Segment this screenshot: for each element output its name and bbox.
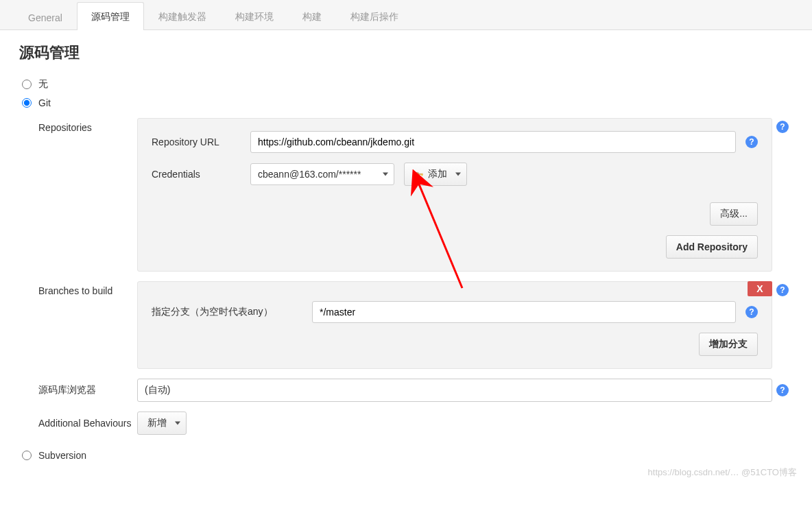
repo-browser-value: (自动) [145,384,170,396]
repo-browser-select[interactable]: (自动) [137,379,772,402]
branches-section: Branches to build X 指定分支（为空时代表any） ? 增加分… [19,281,793,369]
scm-svn-option[interactable]: Subversion [22,450,790,461]
help-icon[interactable]: ? [745,306,758,318]
scm-none-label: 无 [38,78,48,91]
delete-branch-button[interactable]: X [748,281,772,296]
svg-rect-2 [422,174,423,176]
chevron-down-icon [383,173,388,176]
branches-label: Branches to build [19,281,137,296]
repo-url-row: Repository URL ? [152,131,758,153]
page-title: 源码管理 [0,30,812,71]
branches-panel: X 指定分支（为空时代表any） ? 增加分支 [137,281,772,369]
tab-triggers[interactable]: 构建触发器 [144,2,221,30]
scm-svn-radio[interactable] [22,451,32,460]
repositories-label: Repositories [19,118,137,133]
scm-none-radio[interactable] [22,80,32,89]
repo-url-label: Repository URL [152,136,241,147]
branch-row: 指定分支（为空时代表any） ? [152,301,758,323]
behaviours-section: Additional Behaviours 新增 [19,411,793,435]
help-icon[interactable]: ? [776,284,789,296]
repositories-section: Repositories Repository URL ? Credential… [19,118,793,272]
repo-browser-label: 源码库浏览器 [19,384,137,396]
repositories-panel: Repository URL ? Credentials cbeann@163.… [137,118,772,272]
scm-git-label: Git [38,97,51,108]
tab-general[interactable]: General [14,3,77,30]
help-icon[interactable]: ? [776,121,789,133]
config-tabs: General 源码管理 构建触发器 构建环境 构建 构建后操作 [0,0,812,30]
scm-git-option[interactable]: Git [22,97,790,108]
scm-svn-label: Subversion [38,450,86,461]
repo-browser-section: 源码库浏览器 (自动) ? [19,379,793,402]
chevron-down-icon [175,422,180,425]
tab-scm[interactable]: 源码管理 [77,2,144,30]
credentials-row: Credentials cbeann@163.com/****** 添加 [152,163,758,186]
help-icon[interactable]: ? [776,384,789,396]
advanced-button[interactable]: 高级... [710,202,758,226]
key-icon [414,169,424,179]
watermark: https://blog.csdn.net/… @51CTO博客 [648,466,797,479]
chevron-down-icon [455,173,461,176]
tab-post[interactable]: 构建后操作 [336,2,413,30]
add-repository-button[interactable]: Add Repository [666,235,758,259]
add-behaviour-label: 新增 [147,417,167,429]
credentials-select[interactable]: cbeann@163.com/****** [250,163,394,185]
add-behaviour-button[interactable]: 新增 [137,411,187,435]
credentials-value: cbeann@163.com/****** [258,169,361,180]
repo-url-input[interactable] [250,131,736,153]
scm-git-radio[interactable] [22,98,32,108]
behaviours-label: Additional Behaviours [19,418,137,429]
tab-build[interactable]: 构建 [288,2,336,30]
branch-spec-input[interactable] [312,301,736,323]
tab-env[interactable]: 构建环境 [221,2,288,30]
add-credentials-label: 添加 [428,168,447,180]
add-credentials-button[interactable]: 添加 [404,163,467,186]
credentials-label: Credentials [152,169,241,180]
scm-content: 无 Git Repositories Repository URL ? Cred… [0,78,812,481]
scm-none-option[interactable]: 无 [22,78,790,91]
add-branch-button[interactable]: 增加分支 [699,333,758,356]
help-icon[interactable]: ? [745,136,758,148]
branch-spec-label: 指定分支（为空时代表any） [152,306,302,318]
